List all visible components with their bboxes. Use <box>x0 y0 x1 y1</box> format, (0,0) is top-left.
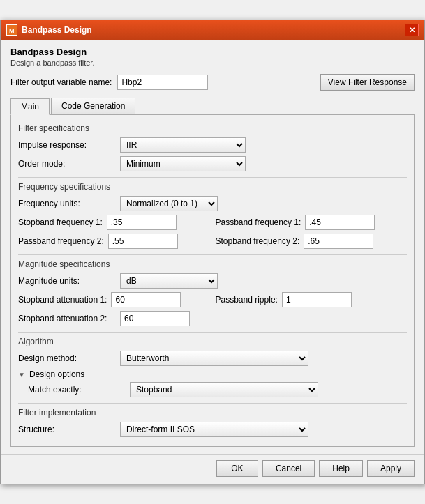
order-mode-select[interactable]: Minimum Specify <box>120 156 246 171</box>
impulse-response-select[interactable]: IIR FIR <box>120 137 246 153</box>
filter-specs-label: Filter specifications <box>18 123 407 133</box>
stopband-atten2-label: Stopband attenuation 2: <box>18 314 116 323</box>
order-mode-label: Order mode: <box>18 159 116 169</box>
passband-ripple-input[interactable] <box>282 292 352 307</box>
stopband-freq2-input[interactable] <box>304 234 373 249</box>
passband-ripple-pair: Passband ripple: <box>216 292 408 307</box>
stopband-atten1-pair: Stopband attenuation 1: <box>18 292 210 307</box>
structure-row: Structure: Direct-form II SOS Direct-for… <box>18 422 407 437</box>
filter-output-row: Filter output variable name: View Filter… <box>10 74 415 91</box>
apply-button[interactable]: Apply <box>367 460 415 477</box>
magnitude-row-1: Stopband attenuation 1: Passband ripple: <box>18 292 407 307</box>
structure-label: Structure: <box>18 425 116 434</box>
stopband-freq1-input[interactable] <box>107 215 177 230</box>
passband-freq2-pair: Passband frequency 2: <box>18 234 210 249</box>
magnitude-units-select[interactable]: dB Linear <box>120 273 218 289</box>
collapse-icon: ▼ <box>18 371 25 379</box>
stopband-atten2-row: Stopband attenuation 2: <box>18 311 407 326</box>
stopband-freq2-label: Stopband frequency 2: <box>216 236 300 246</box>
app-icon: M <box>6 24 17 36</box>
design-options-row: ▼ Design options <box>18 369 407 379</box>
frequency-units-row: Frequency units: Normalized (0 to 1) Hz … <box>18 196 407 211</box>
stopband-freq2-pair: Stopband frequency 2: <box>216 234 408 249</box>
passband-ripple-label: Passband ripple: <box>216 295 278 305</box>
stopband-atten2-input[interactable] <box>120 311 190 326</box>
title-bar-left: M Bandpass Design <box>6 24 92 36</box>
algorithm-label: Algorithm <box>18 337 407 346</box>
freq-row-1: Stopband frequency 1: Passband frequency… <box>18 215 407 230</box>
stopband-freq1-label: Stopband frequency 1: <box>18 217 103 227</box>
match-exactly-label: Match exactly: <box>28 385 126 395</box>
match-exactly-row: Match exactly: Stopband Passband Both <box>28 382 407 397</box>
stopband-atten1-input[interactable] <box>111 292 181 307</box>
order-mode-row: Order mode: Minimum Specify <box>18 156 407 171</box>
tab-content: Filter specifications Impulse response: … <box>10 115 415 447</box>
help-button[interactable]: Help <box>319 460 363 477</box>
structure-select[interactable]: Direct-form II SOS Direct-form I Direct-… <box>120 422 308 437</box>
bandpass-design-window: M Bandpass Design ✕ Bandpass Design Desi… <box>0 20 425 484</box>
freq-row-2: Passband frequency 2: Stopband frequency… <box>18 234 407 249</box>
filter-impl-label: Filter implementation <box>18 408 407 418</box>
design-method-row: Design method: Butterworth Chebyshev Typ… <box>18 351 407 366</box>
passband-freq1-pair: Passband frequency 1: <box>216 215 408 230</box>
magnitude-units-label: Magnitude units: <box>18 276 116 286</box>
tabs-row: Main Code Generation <box>10 98 415 115</box>
impulse-response-row: Impulse response: IIR FIR <box>18 137 407 153</box>
title-bar: M Bandpass Design ✕ <box>1 20 424 40</box>
passband-freq2-input[interactable] <box>108 234 178 249</box>
frequency-units-label: Frequency units: <box>18 199 116 208</box>
match-exactly-select[interactable]: Stopband Passband Both <box>130 382 318 397</box>
magnitude-units-row: Magnitude units: dB Linear <box>18 273 407 289</box>
passband-freq1-label: Passband frequency 1: <box>216 217 301 227</box>
frequency-specs-label: Frequency specifications <box>18 182 407 192</box>
svg-text:M: M <box>9 27 15 34</box>
page-title: Bandpass Design <box>10 47 415 57</box>
tab-code-generation[interactable]: Code Generation <box>51 98 135 114</box>
frequency-units-select[interactable]: Normalized (0 to 1) Hz kHz MHz <box>120 196 218 211</box>
bottom-buttons: OK Cancel Help Apply <box>1 454 424 484</box>
filter-output-input[interactable] <box>117 75 208 90</box>
filter-output-label: Filter output variable name: <box>10 77 112 87</box>
design-options-label: Design options <box>29 369 84 379</box>
stopband-freq1-pair: Stopband frequency 1: <box>18 215 210 230</box>
tab-main[interactable]: Main <box>10 98 50 115</box>
page-subtitle: Design a bandpass filter. <box>10 59 415 67</box>
impulse-response-label: Impulse response: <box>18 140 116 150</box>
close-button[interactable]: ✕ <box>405 24 419 36</box>
main-content: Bandpass Design Design a bandpass filter… <box>1 40 424 454</box>
stopband-atten1-label: Stopband attenuation 1: <box>18 295 107 305</box>
ok-button[interactable]: OK <box>216 460 258 477</box>
passband-freq2-label: Passband frequency 2: <box>18 236 104 246</box>
magnitude-specs-label: Magnitude specifications <box>18 259 407 269</box>
window-title: Bandpass Design <box>22 25 92 35</box>
passband-freq1-input[interactable] <box>305 215 375 230</box>
design-method-select[interactable]: Butterworth Chebyshev Type I Chebyshev T… <box>120 351 308 366</box>
view-filter-response-button[interactable]: View Filter Response <box>320 74 415 91</box>
design-method-label: Design method: <box>18 353 116 363</box>
cancel-button[interactable]: Cancel <box>262 460 315 477</box>
